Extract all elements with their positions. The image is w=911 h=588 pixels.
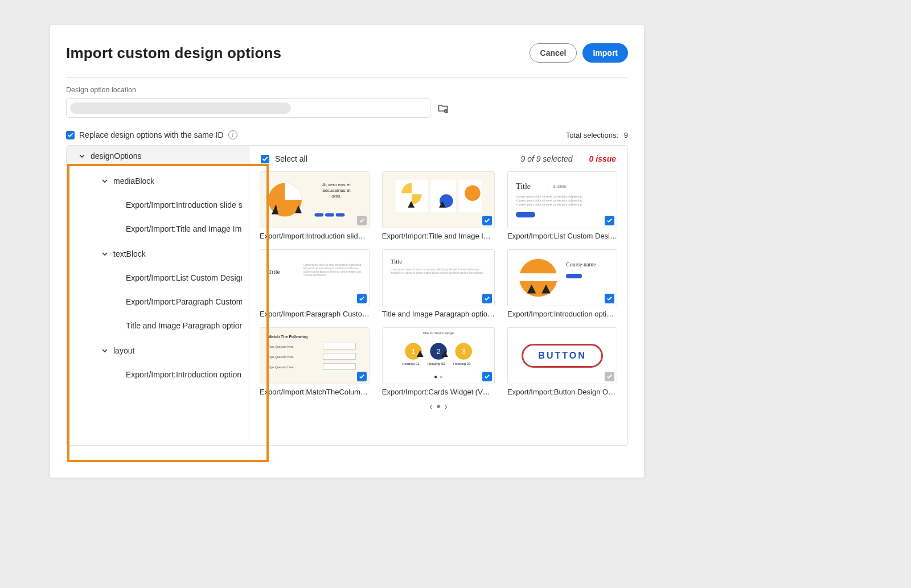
design-card[interactable]: Match The Following Type Question Here T… [260,327,370,396]
design-card[interactable]: Export/Import:Title and Image I… [382,171,495,240]
tree-leaf[interactable]: Export/Import:Title and Image Ima [67,219,249,239]
design-card-label: Export/Import:List Custom Desi… [507,232,617,240]
svg-rect-3 [314,213,323,217]
tree-panel: designOptions mediaBlock Export/Import:I… [67,146,249,445]
tree-leaf[interactable]: Export/Import:Introduction slide si [67,195,249,215]
thumb-text: Subtitle [548,184,566,188]
replace-same-id-label: Replace design options with the same ID [79,130,224,139]
design-thumbnail: Title for Nsunt widget 1 2 3 Heading 01 … [382,327,495,384]
tree-group-label: mediaBlock [113,176,154,186]
thumb-text: Heading 01 [402,362,420,365]
thumb-text: Heading 02 [428,362,445,365]
thumb-text: odio. [315,194,358,199]
thumb-text: Heading 03 [453,362,471,365]
card-checkbox[interactable] [605,216,614,225]
design-card-label: Export/Import:MatchTheColum… [260,388,370,396]
design-thumbnail: Title Lorem ipsum dolor sit amet consect… [260,249,370,306]
cancel-button[interactable]: Cancel [530,43,577,63]
chevron-down-icon [79,153,85,159]
svg-text:3: 3 [462,347,466,356]
svg-text:2: 2 [436,347,440,356]
import-button[interactable]: Import [582,43,628,63]
tree-leaf[interactable]: Export/Import:Paragraph Custom I [67,291,249,312]
design-card-label: Export/Import:Button Design O… [507,388,617,396]
design-thumbnail: Course name [507,249,617,306]
pager-prev-button[interactable]: ‹ [429,402,432,411]
tree-leaf[interactable]: Export/Import:Introduction option [67,364,249,385]
tree-root-designoptions[interactable]: designOptions [67,146,249,166]
thumb-text: Match The Following [268,335,307,339]
design-thumbnail [382,171,495,228]
selected-count-label: 9 of 9 selected [520,154,572,163]
tree-group-mediablock[interactable]: mediaBlock [67,171,249,191]
svg-rect-5 [336,213,345,217]
thumb-text: Title [516,182,531,191]
location-label: Design option location [66,86,628,94]
grid-panel: Select all 9 of 9 selected 0 issue [249,146,627,445]
card-checkbox[interactable] [482,372,492,381]
thumb-text: Type Question Here [268,365,293,369]
design-card[interactable]: At vero eos et accusamus et odio. Export… [260,171,370,240]
design-thumbnail: BUTTON [507,327,617,384]
svg-rect-13 [519,273,557,281]
info-icon[interactable]: i [228,130,237,139]
pager: ‹ › [260,402,617,411]
thumb-text: Type Question Here [268,345,293,348]
tree-group-layout[interactable]: layout [67,340,249,361]
location-value-redacted [70,102,291,114]
card-checkbox[interactable] [357,372,367,381]
design-thumbnail: Title Subtitle • Lorem ipsum dolor sit a… [507,171,617,228]
svg-point-20 [434,376,437,378]
thumb-text: Course name [566,261,596,268]
design-card-label: Export/Import:Introduction slid… [260,232,370,240]
tree-group-label: textBlock [113,249,146,258]
design-thumbnail: Title Lorem ipsum dolor sit amet consect… [382,249,495,306]
select-all-checkbox[interactable] [261,155,269,163]
design-thumbnail: At vero eos et accusamus et odio. [260,171,370,228]
svg-text:1: 1 [411,347,415,356]
card-checkbox[interactable] [357,216,367,225]
card-checkbox[interactable] [482,294,492,303]
pager-dot[interactable] [437,405,440,408]
design-card[interactable]: BUTTON Export/Import:Button Design O… [507,327,617,396]
chevron-down-icon [102,251,108,257]
thumb-text: Title [268,268,280,275]
tree-group-textblock[interactable]: textBlock [67,244,249,264]
dialog-title: Import custom design options [66,44,281,62]
design-card-label: Export/Import:Paragraph Custo… [260,310,370,318]
browse-folder-icon[interactable] [437,102,449,114]
card-checkbox[interactable] [482,216,492,225]
location-input[interactable] [66,98,430,118]
card-checkbox[interactable] [357,294,367,303]
design-card[interactable]: Title Lorem ipsum dolor sit amet consect… [382,249,495,318]
replace-same-id-checkbox[interactable] [66,131,75,139]
tree-group-label: layout [113,346,134,355]
total-selections-value: 9 [624,131,628,139]
card-checkbox[interactable] [605,372,614,381]
tree-root-label: designOptions [91,151,142,161]
thumb-text: Title [391,258,402,265]
svg-rect-4 [325,213,334,217]
svg-point-21 [440,376,442,378]
thumb-text: At vero eos et [315,182,358,188]
card-checkbox[interactable] [605,294,614,303]
thumb-text: accusamus et [315,188,358,194]
import-design-options-dialog: Import custom design options Cancel Impo… [50,25,644,478]
design-card-label: Title and Image Paragraph optio… [382,310,495,318]
tree-leaf[interactable]: Export/Import:List Custom Design [67,268,249,288]
chevron-down-icon [102,348,108,353]
design-card[interactable]: Title Lorem ipsum dolor sit amet consect… [260,249,370,318]
design-card-label: Export/Import:Introduction opti… [507,310,617,318]
svg-point-11 [465,186,480,201]
select-all-label: Select all [275,154,307,163]
design-card[interactable]: Title for Nsunt widget 1 2 3 Heading 01 … [382,327,495,396]
design-card[interactable]: Title Subtitle • Lorem ipsum dolor sit a… [507,171,617,240]
pager-next-button[interactable]: › [445,402,448,411]
total-selections-label: Total selections: [566,131,619,139]
design-thumbnail: Match The Following Type Question Here T… [260,327,370,384]
thumb-text: BUTTON [522,344,603,368]
issue-count-label: 0 issue [581,154,616,163]
thumb-text: Type Question Here [268,355,293,359]
design-card[interactable]: Course name Export/Import:Introduction o… [507,249,617,318]
tree-leaf[interactable]: Title and Image Paragraph option 1 [67,315,249,336]
